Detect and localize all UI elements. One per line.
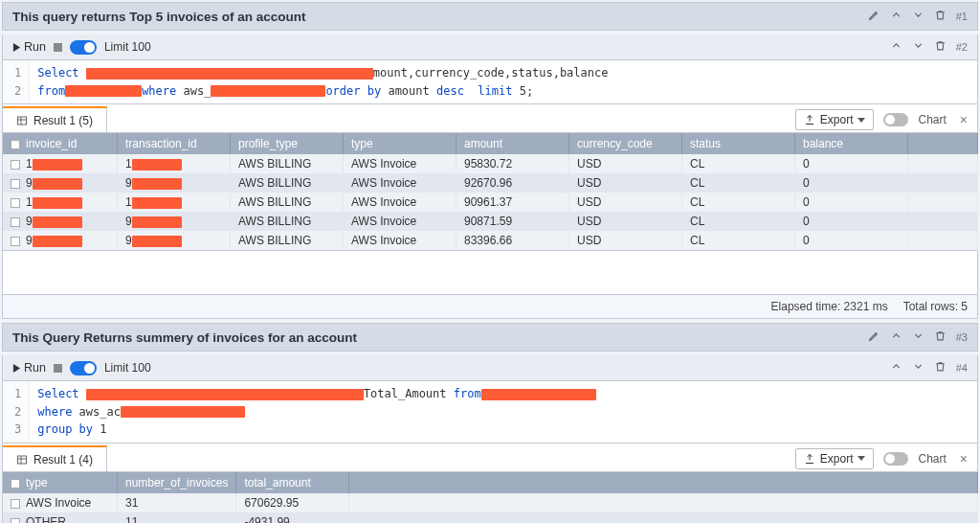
- cell-number: #4: [956, 362, 968, 374]
- edit-icon[interactable]: [868, 9, 880, 24]
- result-table: type number_of_invoices total_amount AWS…: [2, 472, 978, 523]
- redaction: [33, 236, 82, 247]
- chevron-up-icon[interactable]: [890, 9, 902, 24]
- trash-icon[interactable]: [934, 9, 947, 24]
- table-row[interactable]: 99AWS BILLINGAWS Invoice92670.96USDCL0: [3, 173, 978, 193]
- redaction: [33, 178, 82, 190]
- redaction: [132, 159, 182, 171]
- checkbox[interactable]: [11, 179, 20, 189]
- trash-icon[interactable]: [934, 330, 947, 345]
- limit-toggle[interactable]: [70, 40, 97, 55]
- sql-code[interactable]: Select mount,currency_code,status,balanc…: [30, 60, 977, 103]
- trash-icon[interactable]: [934, 360, 947, 375]
- trash-icon[interactable]: [934, 39, 947, 55]
- cell-header: This query returns Top 5 invoices of an …: [2, 2, 978, 31]
- table-icon: [16, 454, 28, 466]
- checkbox[interactable]: [11, 217, 20, 227]
- run-bar: Run Limit 100 #4: [2, 355, 978, 381]
- result-tabs: Result 1 (5) Export Chart ×: [2, 104, 978, 133]
- close-icon[interactable]: ×: [956, 112, 971, 127]
- checkbox[interactable]: [11, 479, 20, 489]
- cell-title: This Query Returns summery of invoices f…: [12, 330, 357, 345]
- chevron-up-icon[interactable]: [890, 360, 902, 375]
- caret-down-icon: [858, 118, 865, 123]
- table-row[interactable]: 99AWS BILLINGAWS Invoice90871.59USDCL0: [3, 212, 978, 231]
- chart-label: Chart: [918, 452, 946, 466]
- checkbox[interactable]: [11, 237, 20, 246]
- table-icon: [16, 115, 28, 126]
- chevron-down-icon[interactable]: [912, 330, 924, 345]
- redaction: [86, 389, 364, 400]
- table-row[interactable]: OTHER11-4931.99: [3, 512, 978, 523]
- result-tab[interactable]: Result 1 (5): [3, 106, 107, 132]
- checkbox[interactable]: [11, 499, 20, 509]
- result-table: invoice_id transaction_id profile_type t…: [2, 133, 978, 251]
- chevron-down-icon[interactable]: [912, 360, 924, 375]
- chevron-down-icon[interactable]: [912, 9, 924, 24]
- redaction: [132, 216, 182, 228]
- redaction: [121, 406, 245, 418]
- cell-number: #3: [956, 331, 968, 343]
- result-tabs: Result 1 (4) Export Chart ×: [2, 443, 978, 472]
- run-bar: Run Limit 100 #2: [2, 34, 978, 60]
- line-gutter: 12: [3, 60, 30, 103]
- redaction: [132, 178, 182, 190]
- table-row[interactable]: 11AWS BILLINGAWS Invoice95830.72USDCL0: [3, 154, 978, 173]
- result-tab[interactable]: Result 1 (4): [3, 445, 107, 471]
- caret-down-icon: [858, 456, 865, 461]
- play-icon: [12, 43, 21, 52]
- edit-icon[interactable]: [868, 330, 880, 345]
- table-row[interactable]: 99AWS BILLINGAWS Invoice83396.66USDCL0: [3, 231, 978, 251]
- stop-button[interactable]: [54, 43, 62, 52]
- upload-icon: [804, 114, 815, 125]
- redaction: [481, 389, 596, 400]
- sql-editor[interactable]: 123 Select Total_Amount from where aws_a…: [2, 381, 978, 443]
- cell-header: This Query Returns summery of invoices f…: [2, 323, 978, 352]
- chevron-down-icon[interactable]: [912, 39, 924, 55]
- close-icon[interactable]: ×: [956, 451, 971, 466]
- checkbox[interactable]: [11, 198, 20, 208]
- status-bar: Elapsed time: 2321 msTotal rows: 5: [2, 295, 978, 319]
- chart-toggle[interactable]: [883, 452, 908, 466]
- redaction: [33, 159, 82, 171]
- sql-editor[interactable]: 12 Select mount,currency_code,status,bal…: [2, 60, 978, 104]
- table-row[interactable]: AWS Invoice31670629.95: [3, 493, 978, 512]
- svg-rect-0: [18, 117, 27, 125]
- run-button[interactable]: Run: [12, 361, 46, 375]
- checkbox[interactable]: [11, 140, 20, 149]
- stop-button[interactable]: [54, 364, 62, 373]
- cell-number: #1: [956, 11, 968, 22]
- play-icon: [12, 364, 21, 373]
- cell-title: This query returns Top 5 invoices of an …: [12, 10, 306, 24]
- redaction: [33, 216, 82, 228]
- redaction: [33, 197, 82, 209]
- line-gutter: 123: [3, 381, 30, 443]
- checkbox[interactable]: [11, 518, 20, 523]
- table-padding: [2, 251, 978, 295]
- upload-icon: [804, 453, 815, 465]
- redaction: [132, 236, 182, 247]
- cell-number: #2: [956, 41, 968, 53]
- run-button[interactable]: Run: [12, 40, 46, 54]
- redaction: [65, 85, 142, 97]
- limit-toggle[interactable]: [70, 361, 97, 375]
- redaction: [132, 197, 182, 209]
- sql-code[interactable]: Select Total_Amount from where aws_ac gr…: [30, 381, 977, 443]
- chevron-up-icon[interactable]: [890, 39, 902, 55]
- svg-rect-1: [18, 456, 27, 464]
- checkbox[interactable]: [11, 160, 20, 170]
- limit-label: Limit 100: [104, 40, 151, 54]
- limit-label: Limit 100: [104, 361, 151, 375]
- export-button[interactable]: Export: [795, 109, 875, 130]
- chart-label: Chart: [918, 113, 946, 126]
- redaction: [86, 68, 373, 80]
- table-row[interactable]: 11AWS BILLINGAWS Invoice90961.37USDCL0: [3, 193, 978, 212]
- export-button[interactable]: Export: [795, 448, 875, 469]
- chevron-up-icon[interactable]: [890, 330, 902, 345]
- redaction: [211, 85, 325, 97]
- chart-toggle[interactable]: [883, 113, 908, 126]
